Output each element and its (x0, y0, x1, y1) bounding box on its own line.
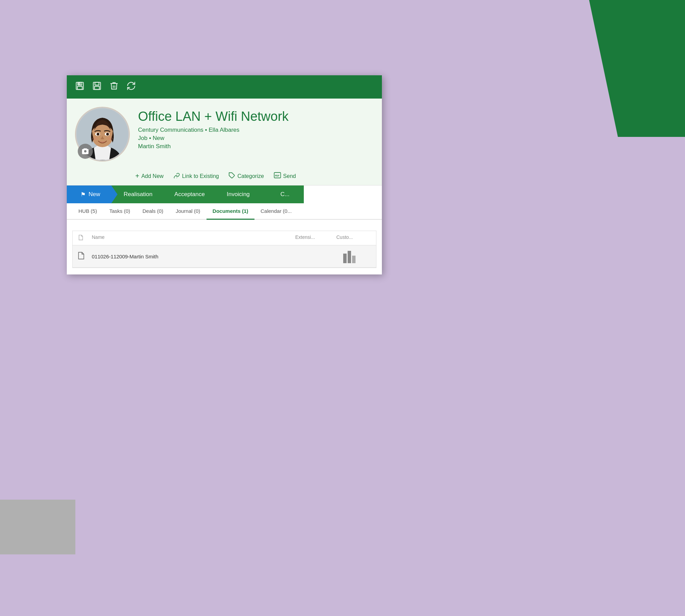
header-area: Office LAN + Wifi Network Century Commun… (67, 99, 382, 167)
record-type: Job (138, 135, 147, 141)
doc-file-icon (78, 252, 92, 261)
tabs-bar: HUB (5) Tasks (0) Deals (0) Journal (0) … (67, 203, 382, 220)
stage-realisation-label: Realisation (124, 191, 152, 198)
pipeline: ⚑ New Realisation Acceptance Invoicing C… (67, 185, 382, 203)
stage-acceptance-label: Acceptance (174, 191, 205, 198)
tab-calendar[interactable]: Calendar (0... (254, 203, 298, 220)
action-bar: + Add New Link to Existing Categorize (67, 167, 382, 185)
stage-acceptance[interactable]: Acceptance (162, 185, 214, 203)
stage-complete[interactable]: C... (259, 185, 304, 203)
save-as-icon[interactable] (92, 81, 102, 93)
stage-invoicing-label: Invoicing (227, 191, 250, 198)
link-icon (173, 172, 180, 180)
bar-3 (352, 256, 356, 263)
tab-deals[interactable]: Deals (0) (136, 203, 170, 220)
plus-icon: + (135, 172, 139, 180)
record-status: New (153, 135, 164, 141)
separator-dot2: • (149, 135, 153, 141)
send-button[interactable]: PDF Send (274, 172, 296, 180)
company-name: Century Communications (138, 127, 203, 133)
delete-icon[interactable] (109, 81, 119, 93)
camera-icon[interactable] (78, 144, 93, 159)
contact-name: Ella Albares (209, 127, 239, 133)
svg-rect-2 (77, 86, 82, 89)
main-window: Office LAN + Wifi Network Century Commun… (67, 75, 382, 274)
avatar-container (75, 107, 130, 162)
categorize-label: Categorize (237, 173, 264, 179)
toolbar (67, 75, 382, 99)
svg-point-19 (92, 137, 98, 140)
link-existing-button[interactable]: Link to Existing (173, 172, 219, 180)
link-existing-label: Link to Existing (182, 173, 219, 179)
svg-rect-3 (79, 83, 80, 85)
categorize-button[interactable]: Categorize (228, 172, 264, 180)
documents-table-header: Name Extensi... Custo... (72, 231, 376, 245)
record-company-contact: Century Communications • Ella Albares (138, 127, 374, 133)
record-type-status: Job • New (138, 135, 374, 142)
stage-new[interactable]: ⚑ New (67, 185, 111, 203)
document-row[interactable]: 011026-112009-Martin Smith (73, 245, 376, 268)
add-new-button[interactable]: + Add New (135, 172, 164, 180)
add-new-label: Add New (141, 173, 164, 179)
refresh-icon[interactable] (126, 81, 136, 93)
doc-col-icon-header (78, 234, 92, 242)
svg-point-18 (108, 133, 109, 134)
doc-col-cust-header: Custo... (336, 234, 371, 242)
separator-dot: • (205, 127, 209, 133)
flag-icon: ⚑ (80, 191, 86, 198)
stage-invoicing[interactable]: Invoicing (214, 185, 259, 203)
svg-rect-6 (95, 86, 99, 89)
svg-point-20 (107, 137, 113, 140)
send-label: Send (283, 173, 296, 179)
bg-decoration-gray (0, 500, 75, 554)
svg-rect-5 (95, 82, 99, 85)
doc-bar-chart (343, 249, 371, 263)
pdf-icon: PDF (274, 172, 281, 180)
header-info: Office LAN + Wifi Network Century Commun… (138, 107, 374, 151)
doc-col-ext-header: Extensi... (295, 234, 336, 242)
tab-tasks[interactable]: Tasks (0) (103, 203, 136, 220)
stage-complete-label: C... (281, 191, 289, 198)
bg-decoration-green (589, 0, 685, 137)
documents-table-body: 011026-112009-Martin Smith (72, 245, 376, 268)
tab-hub[interactable]: HUB (5) (72, 203, 103, 220)
stage-realisation[interactable]: Realisation (111, 185, 162, 203)
svg-point-17 (98, 133, 99, 134)
doc-file-name: 011026-112009-Martin Smith (92, 254, 343, 259)
svg-text:PDF: PDF (275, 175, 279, 177)
stage-new-label: New (88, 191, 100, 198)
tab-journal[interactable]: Journal (0) (170, 203, 207, 220)
bar-2 (348, 251, 351, 263)
save-icon[interactable] (75, 81, 85, 93)
bar-1 (343, 254, 347, 263)
record-title: Office LAN + Wifi Network (138, 110, 374, 124)
tab-documents[interactable]: Documents (1) (207, 203, 254, 220)
tag-icon (228, 172, 235, 180)
content-area: Name Extensi... Custo... 011026-112009-M… (67, 220, 382, 274)
record-assigned: Martin Smith (138, 143, 374, 150)
doc-col-name-header: Name (92, 234, 295, 242)
